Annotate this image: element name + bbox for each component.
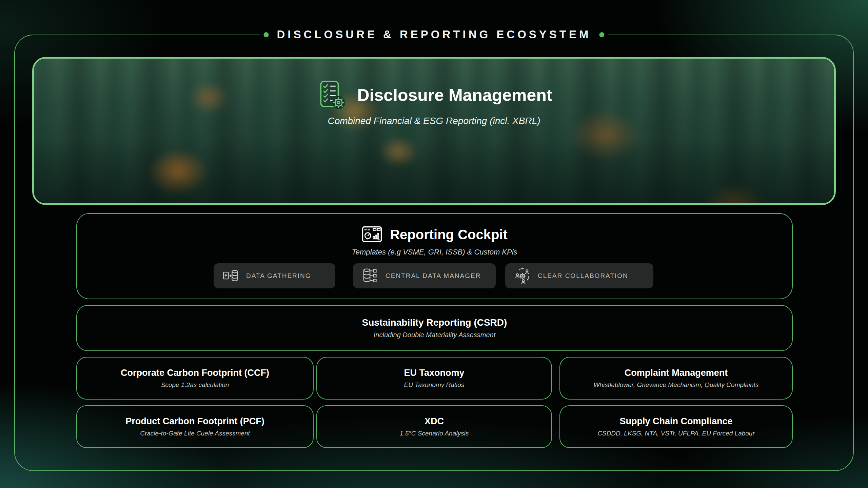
central-data-manager-label: CENTRAL DATA MANAGER bbox=[386, 272, 481, 280]
database-hierarchy-icon bbox=[362, 267, 379, 284]
clear-collaboration-button[interactable]: CLEAR COLLABORATION bbox=[505, 263, 653, 288]
central-data-manager-button[interactable]: CENTRAL DATA MANAGER bbox=[353, 263, 496, 288]
document-to-database-icon bbox=[222, 267, 239, 284]
module-subtitle: CSDDD, LKSG, NTA, VSTr, UFLPA, EU Forced… bbox=[597, 430, 755, 437]
csrd-subtitle: Including Double Materiality Assessment bbox=[374, 331, 495, 339]
module-title: Complaint Management bbox=[625, 368, 728, 378]
disclosure-subtitle: Combined Financial & ESG Reporting (incl… bbox=[34, 116, 834, 126]
page-title: DISCLOSURE & REPORTING ECOSYSTEM bbox=[277, 28, 591, 41]
checklist-gear-icon bbox=[316, 80, 347, 111]
module-title: EU Taxonomy bbox=[404, 368, 464, 378]
module-subtitle: Whistleblower, Grievance Mechanism, Qual… bbox=[594, 381, 759, 389]
csrd-title: Sustainability Reporting (CSRD) bbox=[362, 317, 507, 328]
module-subtitle: Scope 1.2as calculation bbox=[161, 381, 229, 389]
module-card-product-carbon-footprint: Product Carbon Footprint (PCF) Cracle-to… bbox=[76, 405, 314, 448]
module-title: Supply Chain Compliance bbox=[619, 416, 732, 427]
header-right-dot-icon bbox=[599, 32, 605, 37]
module-card-corporate-carbon-footprint: Corporate Carbon Footprint (CCF) Scope 1… bbox=[76, 357, 314, 400]
data-gathering-button[interactable]: DATA GATHERING bbox=[214, 263, 335, 288]
disclosure-management-card: Disclosure Management Combined Financial… bbox=[32, 57, 836, 205]
module-card-eu-taxonomy: EU Taxonomy EU Taxonomy Ratios bbox=[316, 357, 552, 400]
data-gathering-label: DATA GATHERING bbox=[246, 272, 311, 280]
header-left-dot-icon bbox=[263, 32, 269, 37]
clear-collaboration-label: CLEAR COLLABORATION bbox=[538, 272, 628, 280]
module-subtitle: EU Taxonomy Ratios bbox=[404, 381, 465, 389]
dashboard-gauge-icon bbox=[361, 224, 382, 245]
disclosure-reporting-ecosystem-page: { "page": { "title": "DISCLOSURE & REPOR… bbox=[0, 0, 868, 488]
module-card-complaint-management: Complaint Management Whistleblower, Grie… bbox=[559, 357, 793, 400]
module-card-supply-chain-compliance: Supply Chain Compliance CSDDD, LKSG, NTA… bbox=[559, 405, 793, 448]
module-title: Product Carbon Footprint (PCF) bbox=[125, 416, 264, 427]
module-card-xdc: XDC 1.5°C Scenario Analysis bbox=[316, 405, 552, 448]
disclosure-card-content: Disclosure Management Combined Financial… bbox=[34, 80, 834, 126]
module-subtitle: Cracle-to-Gate Lite Cuele Assessment bbox=[140, 430, 250, 437]
page-header: DISCLOSURE & REPORTING ECOSYSTEM bbox=[260, 26, 608, 43]
disclosure-title: Disclosure Management bbox=[357, 85, 552, 105]
module-subtitle: 1.5°C Scenario Analysis bbox=[400, 430, 469, 437]
module-title: Corporate Carbon Footprint (CCF) bbox=[121, 368, 269, 378]
module-title: XDC bbox=[425, 416, 444, 427]
cockpit-subtitle: Templates (e.g VSME, GRI, ISSB) & Custom… bbox=[77, 248, 792, 257]
cockpit-title: Reporting Cockpit bbox=[390, 227, 508, 242]
server-room-background-image bbox=[32, 57, 836, 205]
sustainability-reporting-csrd-card: Sustainability Reporting (CSRD) Includin… bbox=[76, 305, 793, 351]
people-gear-icon bbox=[514, 267, 531, 284]
